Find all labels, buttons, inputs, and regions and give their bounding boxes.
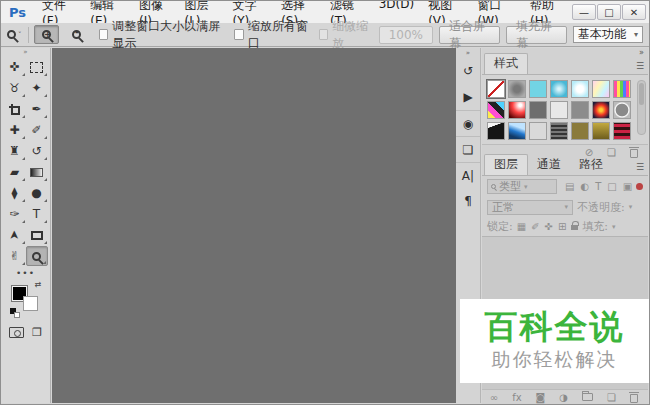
style-swatch[interactable] bbox=[487, 80, 505, 98]
style-swatch[interactable] bbox=[529, 122, 547, 140]
layer-style-icon[interactable]: fx bbox=[512, 392, 521, 403]
style-swatch[interactable] bbox=[550, 101, 568, 119]
link-layers-icon[interactable]: ∞ bbox=[490, 392, 498, 403]
background-color-swatch[interactable] bbox=[23, 296, 38, 311]
delete-style-icon[interactable] bbox=[630, 147, 638, 158]
filter-shape-layers-icon[interactable]: □ bbox=[607, 181, 616, 192]
panel-menu-icon[interactable]: ☰ bbox=[636, 61, 644, 71]
layer-filter-toggle[interactable] bbox=[636, 183, 643, 190]
healing-brush-tool[interactable]: ✚ bbox=[4, 120, 26, 140]
brush-tool[interactable]: ✐ bbox=[26, 120, 48, 140]
workspace-switcher[interactable]: 基本功能 ▾ bbox=[573, 26, 643, 43]
style-swatch[interactable] bbox=[487, 122, 505, 140]
hand-tool[interactable]: ✌ bbox=[4, 246, 26, 266]
zoom-in-button[interactable] bbox=[34, 25, 58, 44]
tab-paths[interactable]: 路径 bbox=[570, 155, 612, 175]
toolbar-collapse-icon[interactable]: » bbox=[1, 48, 50, 57]
new-layer-icon[interactable]: ❏ bbox=[607, 392, 616, 403]
checkbox-box[interactable] bbox=[234, 29, 244, 40]
adjustment-layer-icon[interactable]: ◑ bbox=[559, 392, 568, 403]
style-swatch[interactable] bbox=[487, 101, 505, 119]
lock-all-icon[interactable] bbox=[571, 221, 578, 232]
zoom-tool[interactable] bbox=[26, 246, 48, 266]
clone-source-panel-icon[interactable]: ❏ bbox=[456, 136, 480, 162]
blend-mode-select[interactable]: 正常 ▾ bbox=[487, 200, 573, 215]
panel-menu-icon[interactable]: ☰ bbox=[636, 162, 644, 172]
style-swatch[interactable] bbox=[613, 122, 631, 140]
edit-toolbar-icon[interactable]: ••• bbox=[1, 268, 50, 278]
resize-windows-checkbox[interactable]: 调整窗口大小以满屏显示 bbox=[99, 18, 225, 52]
close-button[interactable]: ✕ bbox=[622, 4, 646, 20]
type-tool[interactable]: T bbox=[26, 204, 48, 224]
adjustments-panel-icon[interactable]: ◉ bbox=[456, 110, 480, 136]
screen-mode-icon[interactable]: ❐ bbox=[32, 326, 42, 339]
dodge-tool[interactable]: ● bbox=[26, 183, 48, 203]
gradient-tool[interactable] bbox=[26, 162, 48, 182]
style-swatch[interactable] bbox=[592, 122, 610, 140]
style-swatch[interactable] bbox=[508, 80, 526, 98]
style-swatch[interactable] bbox=[571, 80, 589, 98]
move-tool[interactable]: ✜ bbox=[4, 57, 26, 77]
delete-layer-icon[interactable] bbox=[630, 392, 638, 403]
marquee-tool[interactable] bbox=[26, 57, 48, 77]
zoom-out-button[interactable] bbox=[65, 25, 89, 44]
filter-adjustment-layers-icon[interactable]: ◐ bbox=[580, 181, 589, 192]
watermark-subtitle: 助你轻松解决 bbox=[492, 347, 618, 373]
zoom-tool-preset-icon[interactable]: ˅ bbox=[7, 30, 22, 39]
maximize-button[interactable]: □ bbox=[597, 4, 621, 20]
canvas-workspace[interactable] bbox=[52, 48, 456, 403]
blur-tool[interactable]: ⧫ bbox=[4, 183, 26, 203]
lock-pixels-icon[interactable]: ✐ bbox=[531, 221, 539, 232]
style-swatch[interactable] bbox=[508, 101, 526, 119]
eyedropper-tool[interactable]: ✒ bbox=[26, 99, 48, 119]
style-swatch[interactable] bbox=[571, 101, 589, 119]
zoom-all-windows-checkbox[interactable]: 缩放所有窗口 bbox=[234, 18, 308, 52]
layer-filter-type-select[interactable]: 类型 ▾ bbox=[487, 179, 557, 194]
lock-artboard-icon[interactable]: ⊞ bbox=[558, 221, 566, 232]
styles-scrollbar[interactable] bbox=[637, 80, 646, 135]
style-swatch[interactable] bbox=[529, 80, 547, 98]
swap-colors-icon[interactable]: ⇄ bbox=[35, 280, 42, 289]
style-swatch[interactable] bbox=[508, 122, 526, 140]
filter-pixel-layers-icon[interactable]: ▤ bbox=[565, 181, 574, 192]
tab-styles[interactable]: 样式 bbox=[484, 53, 528, 74]
default-colors-icon[interactable] bbox=[10, 308, 19, 317]
tab-channels[interactable]: 通道 bbox=[528, 155, 570, 175]
tab-layers[interactable]: 图层 bbox=[484, 154, 528, 175]
magic-wand-tool[interactable]: ✦ bbox=[26, 78, 48, 98]
add-mask-icon[interactable]: ◙ bbox=[536, 392, 546, 403]
history-brush-tool[interactable]: ↺ bbox=[26, 141, 48, 161]
quick-mask-icon[interactable] bbox=[9, 327, 24, 338]
minimize-button[interactable]: — bbox=[572, 4, 596, 20]
paragraph-panel-icon[interactable]: ¶ bbox=[456, 188, 480, 214]
new-group-icon[interactable] bbox=[582, 393, 593, 401]
style-swatch[interactable] bbox=[529, 101, 547, 119]
clone-stamp-tool[interactable]: ♜ bbox=[4, 141, 26, 161]
pen-tool[interactable]: ✑ bbox=[4, 204, 26, 224]
fill-screen-button[interactable]: 填充屏幕 bbox=[506, 26, 567, 44]
actions-panel-icon[interactable]: ▶ bbox=[456, 84, 480, 110]
shape-tool[interactable] bbox=[26, 225, 48, 245]
filter-type-layers-icon[interactable]: T bbox=[595, 181, 601, 192]
lock-transparent-icon[interactable]: ▦ bbox=[517, 221, 526, 232]
filter-smart-objects-icon[interactable]: ▣ bbox=[623, 181, 632, 192]
style-swatch[interactable] bbox=[613, 101, 631, 119]
history-panel-icon[interactable]: ↺ bbox=[456, 58, 480, 84]
crop-tool[interactable] bbox=[4, 99, 26, 119]
lasso-tool[interactable]: ♉ bbox=[4, 78, 26, 98]
style-swatch[interactable] bbox=[613, 80, 631, 98]
zoom-100-button: 100% bbox=[379, 26, 433, 44]
style-swatch[interactable] bbox=[550, 122, 568, 140]
path-select-tool[interactable]: ➤ bbox=[4, 225, 26, 245]
style-swatch[interactable] bbox=[592, 101, 610, 119]
style-swatch[interactable] bbox=[550, 80, 568, 98]
style-swatch[interactable] bbox=[592, 80, 610, 98]
style-swatch[interactable] bbox=[571, 122, 589, 140]
eraser-tool[interactable]: ▰ bbox=[4, 162, 26, 182]
strip-collapse-icon[interactable]: » bbox=[456, 48, 480, 58]
lock-position-icon[interactable]: ✜ bbox=[545, 221, 553, 232]
fit-screen-button[interactable]: 适合屏幕 bbox=[439, 26, 500, 44]
checkbox-box[interactable] bbox=[99, 29, 109, 40]
character-panel-icon[interactable]: A| bbox=[456, 162, 480, 188]
window-controls: — □ ✕ bbox=[572, 4, 649, 20]
